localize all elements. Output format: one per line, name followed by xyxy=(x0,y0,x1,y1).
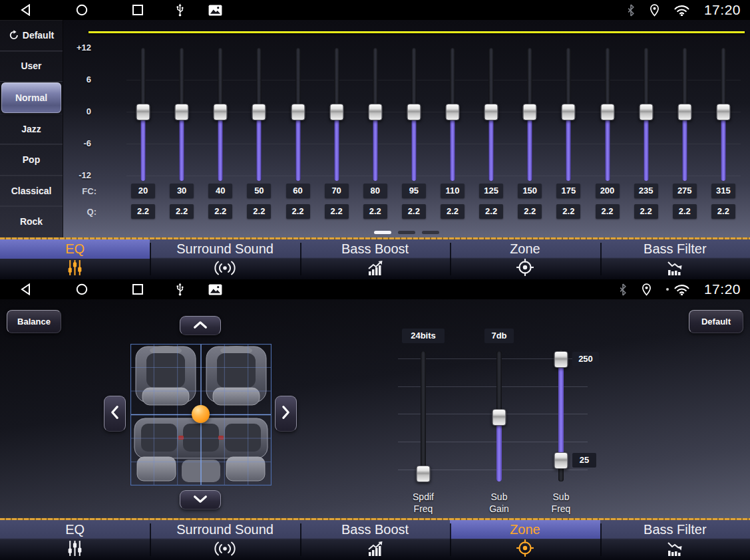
eq-slider-thumb[interactable] xyxy=(136,104,150,120)
bluetooth-icon xyxy=(627,4,635,17)
clock-time: 17:20 xyxy=(704,2,741,18)
eq-slider-thumb[interactable] xyxy=(523,104,537,120)
sub-gain-slider-label: Sub Gain xyxy=(483,491,515,515)
tab-zone[interactable]: Zone xyxy=(450,237,600,279)
eq-slider-fill xyxy=(180,112,184,181)
tab-label: Bass Boost xyxy=(300,520,450,539)
sub-freq-low-thumb[interactable] xyxy=(554,452,568,469)
page-dot-2[interactable] xyxy=(398,231,415,234)
back-icon[interactable] xyxy=(20,283,32,295)
eq-slider-thumb[interactable] xyxy=(252,104,266,120)
fc-value: 110 xyxy=(441,184,465,198)
eq-slider-thumb[interactable] xyxy=(368,104,382,120)
eq-slider-thumb[interactable] xyxy=(407,104,421,120)
tab-bass-filter[interactable]: Bass Filter xyxy=(600,518,750,560)
eq-band-20: 202.2 xyxy=(130,20,156,237)
preset-jazz[interactable]: Jazz xyxy=(0,114,63,145)
eq-scale-minus12: -12 xyxy=(66,170,91,180)
page-dot-1[interactable] xyxy=(374,231,391,234)
eq-slider-thumb[interactable] xyxy=(600,104,614,120)
preset-label: Normal xyxy=(15,92,47,103)
balance-position-ball[interactable] xyxy=(192,405,210,423)
eq-slider-thumb[interactable] xyxy=(175,104,189,120)
eq-slider-row: 202.2302.2402.2502.2602.2702.2802.2952.2… xyxy=(130,20,737,237)
fader-rear-button[interactable] xyxy=(180,490,221,509)
fader-front-button[interactable] xyxy=(180,316,221,335)
sub-freq-high-thumb[interactable] xyxy=(554,351,568,368)
tab-surround-sound[interactable]: Surround Sound xyxy=(150,518,299,560)
preset-normal[interactable]: Normal xyxy=(1,82,61,113)
eq-slider-thumb[interactable] xyxy=(291,104,305,120)
tab-surround-sound[interactable]: Surround Sound xyxy=(150,237,299,279)
eq-slider-thumb[interactable] xyxy=(677,104,691,120)
bassboost-icon xyxy=(367,540,384,560)
q-value: 2.2 xyxy=(479,204,503,219)
default-button[interactable]: Default xyxy=(689,310,743,333)
eq-slider-fill xyxy=(682,112,687,181)
eq-scale-0: 0 xyxy=(66,106,91,116)
tab-zone[interactable]: Zone xyxy=(450,518,600,560)
chevron-right-icon xyxy=(281,404,290,423)
eq-slider-thumb[interactable] xyxy=(716,104,730,120)
tab-label: Surround Sound xyxy=(150,239,299,259)
preset-user[interactable]: User xyxy=(0,51,63,82)
eq-slider-thumb[interactable] xyxy=(639,104,653,120)
balance-right-button[interactable] xyxy=(275,396,297,432)
fc-value: 80 xyxy=(363,184,387,198)
preset-classical[interactable]: Classical xyxy=(0,176,63,207)
balance-button[interactable]: Balance xyxy=(7,310,61,333)
home-icon[interactable] xyxy=(76,283,88,295)
back-icon[interactable] xyxy=(20,4,32,16)
chevron-down-icon xyxy=(192,494,208,506)
preset-pop[interactable]: Pop xyxy=(0,144,63,176)
q-value: 2.2 xyxy=(441,204,465,219)
preset-label: User xyxy=(21,61,41,71)
bluetooth-icon xyxy=(619,283,627,296)
clock-time: 17:20 xyxy=(704,281,741,297)
eq-slider-thumb[interactable] xyxy=(484,104,498,120)
bassfilter-icon xyxy=(666,540,683,560)
tab-label: Bass Filter xyxy=(600,520,750,539)
fc-value: 175 xyxy=(556,184,580,198)
sub-gain-slider-thumb[interactable] xyxy=(492,409,506,426)
tab-bass-filter[interactable]: Bass Filter xyxy=(600,237,750,279)
preset-label: Pop xyxy=(23,154,40,165)
eq-scale-minus6: -6 xyxy=(66,138,91,148)
q-value: 2.2 xyxy=(711,204,735,219)
fc-value: 30 xyxy=(170,184,194,198)
tab-bass-boost[interactable]: Bass Boost xyxy=(300,237,450,279)
tab-eq[interactable]: EQ xyxy=(0,518,150,560)
tab-eq[interactable]: EQ xyxy=(0,237,150,279)
balance-left-button[interactable] xyxy=(104,396,126,432)
eq-panel: +12 6 0 -6 -12 FC: Q: 202.2302.2402.2502… xyxy=(63,20,750,237)
eq-icon xyxy=(66,539,84,560)
page-dot-3[interactable] xyxy=(422,231,439,234)
home-icon[interactable] xyxy=(76,4,88,16)
eq-slider-thumb[interactable] xyxy=(214,104,228,120)
sub-freq-slider-range-fill xyxy=(558,359,564,460)
q-value: 2.2 xyxy=(208,204,232,219)
recents-icon[interactable] xyxy=(132,4,144,16)
preset-rock[interactable]: Rock xyxy=(0,206,63,237)
tab-bass-boost[interactable]: Bass Boost xyxy=(300,518,450,560)
tab-icon-cell xyxy=(0,539,150,560)
tab-label: EQ xyxy=(0,520,150,539)
seat-balance-map[interactable] xyxy=(130,344,272,486)
eq-page-indicator xyxy=(374,231,439,234)
spdif-freq-slider-thumb[interactable] xyxy=(417,466,431,482)
sub-freq-slider-label: Sub Freq xyxy=(546,491,576,515)
fc-value: 60 xyxy=(286,184,310,198)
eq-icon xyxy=(66,259,84,279)
eq-slider-thumb[interactable] xyxy=(329,104,343,120)
spdif-freq-slider-track[interactable] xyxy=(421,351,426,482)
eq-band-175: 1752.2 xyxy=(555,20,582,237)
recents-icon[interactable] xyxy=(132,283,144,295)
eq-slider-thumb[interactable] xyxy=(562,104,576,120)
eq-slider-fill xyxy=(566,112,571,181)
eq-slider-fill xyxy=(218,112,223,181)
preset-default[interactable]: Default xyxy=(0,20,63,51)
tab-icon-cell xyxy=(150,539,299,560)
status-bar-bottom: 17:20 xyxy=(0,279,750,299)
eq-slider-thumb[interactable] xyxy=(446,104,460,120)
chevron-left-icon xyxy=(110,404,119,423)
